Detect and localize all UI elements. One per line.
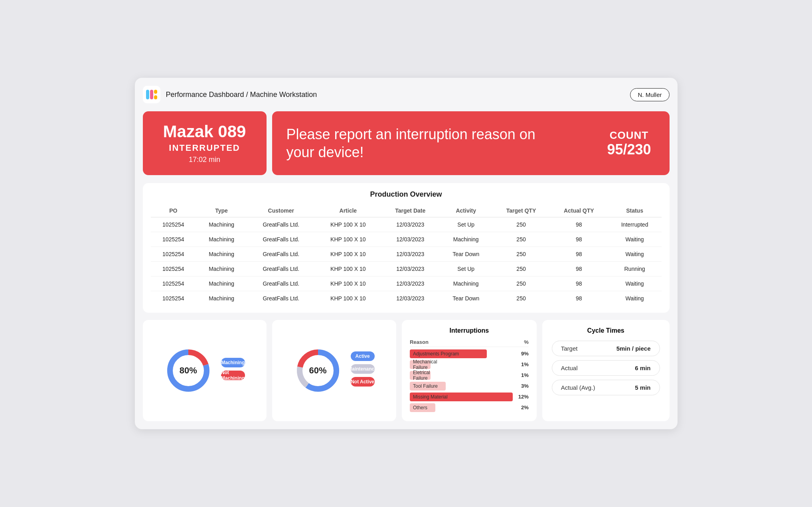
cycle-row-label: Actual: [561, 365, 578, 371]
header-title: Performance Dashboard / Machine Workstat…: [166, 91, 317, 99]
interruption-bar: Others: [410, 403, 435, 412]
table-header-cell: Customer: [247, 204, 315, 217]
table-cell: GreatFalls Ltd.: [247, 291, 315, 306]
table-cell: 12/03/2023: [381, 276, 439, 291]
interruption-bar-wrap: Eletrical Failure: [410, 371, 513, 380]
interruption-bar: Adjustments Program: [410, 349, 487, 358]
cycle-row: Actual6 min: [552, 360, 660, 376]
table-cell: 250: [492, 217, 550, 232]
interruption-pct: 9%: [517, 351, 529, 357]
table-cell: 250: [492, 261, 550, 276]
interruptions-card: Interruptions Reason % Adjustments Progr…: [402, 320, 537, 421]
table-cell: Tear Down: [439, 291, 492, 306]
table-header-cell: Target Date: [381, 204, 439, 217]
cycle-times-card: Cycle Times Target5min / pieceActual6 mi…: [542, 320, 670, 421]
message-text: Please report an interruption reason on …: [286, 125, 542, 161]
user-badge[interactable]: N. Muller: [630, 88, 669, 101]
donut1-legend: MachiningNot Machining: [221, 358, 245, 383]
cycle-times-rows: Target5min / pieceActual6 minActual (Avg…: [552, 341, 660, 395]
message-card: Please report an interruption reason on …: [272, 111, 670, 175]
donut2-card: 60% ActiveMaintenanceNot Active: [272, 320, 396, 421]
table-cell: Interrupted: [608, 217, 662, 232]
cycle-row-value: 5 min: [635, 384, 650, 391]
svg-rect-2: [150, 90, 153, 99]
table-cell: Machining: [196, 217, 247, 232]
donut1-wrapper: 80%: [164, 347, 212, 395]
table-cell: 250: [492, 276, 550, 291]
svg-rect-1: [146, 90, 149, 99]
legend-item: Active: [351, 351, 375, 361]
interruption-row: Eletrical Failure1%: [410, 371, 529, 380]
table-cell: 12/03/2023: [381, 247, 439, 261]
table-cell: Running: [608, 261, 662, 276]
table-cell: 98: [550, 291, 608, 306]
legend-label: Machining: [221, 358, 245, 367]
interruption-bar-wrap: Adjustments Program: [410, 349, 513, 358]
cycle-row: Actual (Avg.)5 min: [552, 380, 660, 395]
donut2-legend: ActiveMaintenanceNot Active: [351, 351, 375, 390]
int-col-pct: %: [524, 339, 529, 345]
table-cell: 1025254: [151, 261, 196, 276]
table-cell: GreatFalls Ltd.: [247, 261, 315, 276]
interruption-pct: 12%: [517, 394, 529, 400]
int-col-reason: Reason: [410, 339, 429, 345]
table-cell: KHP 100 X 10: [315, 247, 381, 261]
interruption-row: Mechanical Failure1%: [410, 360, 529, 369]
table-cell: Waiting: [608, 247, 662, 261]
table-cell: Tear Down: [439, 247, 492, 261]
legend-label: Not Machining: [221, 371, 245, 380]
interruption-bar-wrap: Others: [410, 403, 513, 412]
count-label: COUNT: [603, 129, 655, 142]
table-cell: GreatFalls Ltd.: [247, 276, 315, 291]
donut2-wrapper: 60%: [294, 347, 342, 395]
table-cell: 1025254: [151, 217, 196, 232]
donut1-container: 80% MachiningNot Machining: [164, 347, 245, 395]
table-cell: Machining: [196, 291, 247, 306]
header: Performance Dashboard / Machine Workstat…: [143, 86, 670, 103]
interruption-pct: 1%: [517, 361, 529, 367]
bottom-section: 80% MachiningNot Machining: [143, 320, 670, 421]
cycle-row: Target5min / piece: [552, 341, 660, 356]
table-cell: 98: [550, 247, 608, 261]
interruption-row: Others2%: [410, 403, 529, 412]
table-cell: Machining: [196, 261, 247, 276]
table-cell: Waiting: [608, 276, 662, 291]
table-cell: Waiting: [608, 232, 662, 247]
interruptions-rows: Adjustments Program9%Mechanical Failure1…: [410, 349, 529, 412]
table-cell: 1025254: [151, 232, 196, 247]
interruption-pct: 1%: [517, 372, 529, 378]
donut1-label: 80%: [180, 365, 197, 376]
table-row: 1025254MachiningGreatFalls Ltd.KHP 100 X…: [151, 276, 662, 291]
table-cell: 12/03/2023: [381, 217, 439, 232]
machine-name: Mazak 089: [163, 122, 246, 141]
table-cell: 12/03/2023: [381, 261, 439, 276]
table-cell: 250: [492, 291, 550, 306]
table-cell: 250: [492, 247, 550, 261]
table-cell: KHP 100 X 10: [315, 291, 381, 306]
cycle-row-label: Target: [561, 345, 578, 352]
count-value: 95/230: [603, 142, 655, 158]
table-cell: KHP 100 X 10: [315, 232, 381, 247]
donut2-label: 60%: [309, 365, 327, 376]
interruptions-title: Interruptions: [410, 327, 529, 334]
svg-rect-4: [154, 95, 157, 99]
legend-item: Not Machining: [221, 371, 245, 380]
interruption-bar-wrap: Missing Material: [410, 393, 513, 401]
table-header-cell: PO: [151, 204, 196, 217]
production-title: Production Overview: [151, 190, 662, 199]
machine-status: INTERRUPTED: [169, 143, 240, 153]
interruption-bar: Missing Material: [410, 393, 513, 401]
table-cell: 1025254: [151, 291, 196, 306]
table-header-cell: Type: [196, 204, 247, 217]
table-cell: Machining: [196, 276, 247, 291]
table-cell: Machining: [196, 247, 247, 261]
production-table: POTypeCustomerArticleTarget DateActivity…: [151, 204, 662, 306]
table-header-cell: Target QTY: [492, 204, 550, 217]
table-cell: Set Up: [439, 261, 492, 276]
legend-label: Maintenance: [351, 364, 375, 374]
cycle-row-label: Actual (Avg.): [561, 384, 595, 391]
table-cell: GreatFalls Ltd.: [247, 232, 315, 247]
interruption-bar-wrap: Mechanical Failure: [410, 360, 513, 369]
table-header-cell: Activity: [439, 204, 492, 217]
logo-icon: [143, 86, 160, 103]
